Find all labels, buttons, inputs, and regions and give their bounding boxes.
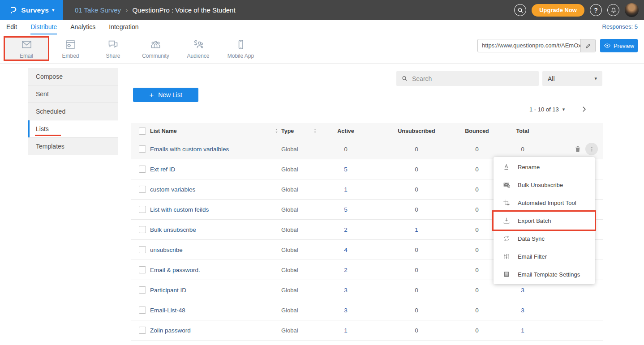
delete-list-button[interactable] xyxy=(574,145,582,153)
tab-analytics[interactable]: Analytics xyxy=(70,20,95,34)
distribute-channels: Email Embed Share Community Audience Mob… xyxy=(4,36,262,61)
row-checkbox[interactable] xyxy=(139,206,146,213)
responses-count: Responses: 5 xyxy=(602,23,638,30)
active-count[interactable]: 3 xyxy=(321,287,370,294)
pencil-icon xyxy=(585,43,592,49)
help-button[interactable]: ? xyxy=(590,4,602,16)
sort-type-icon[interactable] xyxy=(312,128,318,134)
upgrade-now-button[interactable]: Upgrade Now xyxy=(532,4,584,17)
channel-email[interactable]: Email xyxy=(4,36,49,61)
sidebar-item-templates[interactable]: Templates xyxy=(28,138,118,155)
app-window: Surveys ▾ 01 Take Survey › QuestionPro :… xyxy=(0,0,644,345)
active-count[interactable]: 1 xyxy=(321,327,370,334)
tab-distribute[interactable]: Distribute xyxy=(30,20,57,34)
list-name-link[interactable]: Email & password. xyxy=(150,267,281,273)
list-type: Global xyxy=(281,166,321,173)
active-count[interactable]: 2 xyxy=(321,226,370,233)
list-type: Global xyxy=(281,226,321,233)
list-type: Global xyxy=(281,327,321,334)
row-checkbox[interactable] xyxy=(139,307,146,314)
kebab-icon xyxy=(588,145,596,153)
sidebar-item-sent[interactable]: Sent xyxy=(28,85,118,103)
menu-item-data-sync[interactable]: Data Sync xyxy=(494,230,595,247)
pagination: 1 - 10 of 13 ▾ xyxy=(529,105,588,113)
channel-share[interactable]: Share xyxy=(92,36,134,61)
active-count[interactable]: 1 xyxy=(321,186,370,193)
page-title: QuestionPro : Voice of the Student xyxy=(132,6,235,14)
channel-mobile-app[interactable]: Mobile App xyxy=(219,36,262,61)
row-checkbox[interactable] xyxy=(139,246,146,253)
active-count[interactable]: 2 xyxy=(321,267,370,273)
menu-item-email-template-settings[interactable]: Email Template Settings xyxy=(494,265,595,283)
menu-item-email-filter[interactable]: Email Filter xyxy=(494,247,595,265)
export-batch-icon xyxy=(502,217,511,225)
notifications-button[interactable] xyxy=(607,4,619,16)
share-icon xyxy=(107,38,119,51)
select-all-checkbox[interactable] xyxy=(139,128,146,135)
list-name-link[interactable]: Zolin password xyxy=(150,327,281,334)
distribute-toolbar: Email Embed Share Community Audience Mob… xyxy=(0,34,644,64)
row-menu-button[interactable] xyxy=(585,143,598,155)
row-checkbox[interactable] xyxy=(139,226,146,233)
list-name-link[interactable]: List with custom feilds xyxy=(150,206,281,213)
list-name-link[interactable]: Email-List-48 xyxy=(150,307,281,314)
row-checkbox[interactable] xyxy=(139,145,146,153)
sort-list-name-icon[interactable] xyxy=(274,128,279,134)
mobile-app-icon xyxy=(235,38,247,51)
new-list-button[interactable]: + New List xyxy=(133,88,198,102)
search-input[interactable] xyxy=(412,75,534,82)
column-header-list-name: List Name xyxy=(150,128,274,134)
filter-dropdown[interactable]: All ▾ xyxy=(542,71,602,86)
row-checkbox[interactable] xyxy=(139,186,146,193)
list-type: Global xyxy=(281,186,321,193)
pagination-dropdown-icon[interactable]: ▾ xyxy=(562,107,565,112)
total-count[interactable]: 3 xyxy=(491,307,554,314)
sidebar-item-scheduled[interactable]: Scheduled xyxy=(28,103,118,120)
unsubscribed-count[interactable]: 1 xyxy=(370,226,463,233)
total-count[interactable]: 1 xyxy=(491,327,554,334)
user-avatar[interactable] xyxy=(625,3,639,17)
list-name-link[interactable]: Ext ref ID xyxy=(150,166,281,173)
list-name-link[interactable]: custom variables xyxy=(150,186,281,193)
table-row: Zolin password Global 1 0 0 1 xyxy=(131,320,603,341)
sidebar-item-lists[interactable]: Lists xyxy=(28,120,118,138)
email-icon xyxy=(21,38,33,51)
list-name-link[interactable]: unsubscribe xyxy=(150,247,281,253)
list-type: Global xyxy=(281,287,321,294)
row-checkbox[interactable] xyxy=(139,327,146,334)
top-header-bar: Surveys ▾ 01 Take Survey › QuestionPro :… xyxy=(0,0,644,20)
tab-integration[interactable]: Integration xyxy=(109,20,138,34)
tab-edit[interactable]: Edit xyxy=(6,20,17,34)
menu-item-bulk-unsubscribe[interactable]: Bulk Unsubscribe xyxy=(494,176,595,194)
row-checkbox[interactable] xyxy=(139,286,146,294)
list-name-link[interactable]: Participant ID xyxy=(150,287,281,294)
row-checkbox[interactable] xyxy=(139,266,146,273)
breadcrumb-survey-link[interactable]: 01 Take Survey xyxy=(75,6,121,14)
menu-item-automated-import-tool[interactable]: Automated Import Tool xyxy=(494,194,595,212)
annotation-underline xyxy=(35,135,61,136)
column-header-bounced: Bounced xyxy=(463,128,491,134)
edit-url-button[interactable] xyxy=(580,39,595,52)
table-row: Emails with custom varialbles Global 0 0… xyxy=(131,139,603,159)
active-count[interactable]: 5 xyxy=(321,206,370,213)
preview-button[interactable]: Preview xyxy=(600,39,638,52)
menu-item-export-batch[interactable]: Export Batch xyxy=(494,212,595,230)
channel-audience[interactable]: Audience xyxy=(177,36,219,61)
active-count[interactable]: 4 xyxy=(321,247,370,253)
total-count[interactable]: 3 xyxy=(491,287,554,294)
channel-embed[interactable]: Embed xyxy=(49,36,92,61)
channel-community[interactable]: Community xyxy=(134,36,177,61)
list-name-link[interactable]: Emails with custom varialbles xyxy=(150,146,281,153)
active-count[interactable]: 5 xyxy=(321,166,370,173)
product-name: Surveys xyxy=(21,6,49,14)
active-count[interactable]: 3 xyxy=(321,307,370,314)
menu-item-rename[interactable]: Rename xyxy=(494,158,595,176)
row-checkbox[interactable] xyxy=(139,166,146,173)
list-name-link[interactable]: Bulk unsubscribe xyxy=(150,226,281,233)
sidebar-item-compose[interactable]: Compose xyxy=(28,68,118,85)
header-search-button[interactable] xyxy=(514,4,526,16)
chevron-right-icon xyxy=(580,105,588,113)
product-switcher[interactable]: Surveys ▾ xyxy=(0,0,63,20)
survey-url[interactable]: https://www.questionpro.com/t/AEmOx2 xyxy=(478,39,580,52)
next-page-button[interactable] xyxy=(580,105,588,113)
